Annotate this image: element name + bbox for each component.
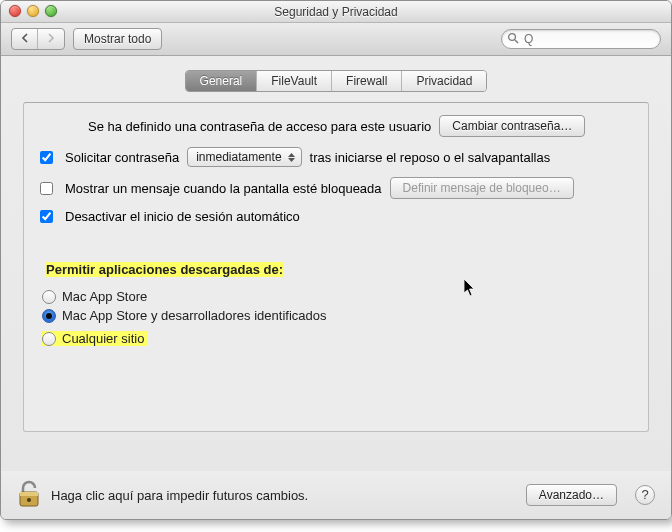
lock-hint-label: Haga clic aquí para impedir futuros camb… [51, 488, 308, 503]
allow-apps-label-mas: Mac App Store [62, 289, 147, 304]
close-icon[interactable] [9, 5, 21, 17]
tab-privacy[interactable]: Privacidad [402, 71, 486, 91]
allow-apps-radio-mas[interactable] [42, 290, 56, 304]
svg-rect-3 [20, 492, 38, 496]
back-button[interactable] [12, 29, 38, 49]
show-lock-message-label: Mostrar un mensaje cuando la pantalla es… [65, 181, 382, 196]
require-password-delay-value: inmediatamente [196, 150, 281, 164]
require-password-label-pre: Solicitar contraseña [65, 150, 179, 165]
tabs: General FileVault Firewall Privacidad [1, 56, 671, 92]
prefs-window: Seguridad y Privacidad Mostrar todo Gene… [0, 0, 672, 520]
allow-apps-heading: Permitir aplicaciones descargadas de: [46, 262, 283, 277]
tab-firewall[interactable]: Firewall [332, 71, 402, 91]
traffic-lights [9, 5, 57, 17]
disable-autologin-label: Desactivar el inicio de sesión automátic… [65, 209, 300, 224]
show-lock-message-checkbox[interactable] [40, 182, 53, 195]
svg-point-4 [27, 498, 31, 502]
password-defined-label: Se ha definido una contraseña de acceso … [88, 119, 431, 134]
zoom-icon[interactable] [45, 5, 57, 17]
disable-autologin-checkbox[interactable] [40, 210, 53, 223]
updown-icon [288, 153, 295, 162]
search-icon [507, 32, 519, 44]
svg-point-0 [509, 34, 516, 41]
require-password-label-post: tras iniciarse el reposo o el salvapanta… [310, 150, 551, 165]
general-panel: Se ha definido una contraseña de acceso … [23, 102, 649, 432]
search-input[interactable] [501, 29, 661, 49]
disable-autologin-row: Desactivar el inicio de sesión automátic… [40, 209, 632, 224]
password-defined-row: Se ha definido una contraseña de acceso … [88, 115, 632, 137]
lock-icon[interactable] [17, 480, 41, 510]
advanced-button[interactable]: Avanzado… [526, 484, 617, 506]
help-button[interactable]: ? [635, 485, 655, 505]
nav-segment [11, 28, 65, 50]
forward-button[interactable] [38, 29, 64, 49]
allow-apps-option-mas[interactable]: Mac App Store [42, 289, 632, 304]
show-lock-message-row: Mostrar un mensaje cuando la pantalla es… [40, 177, 632, 199]
allow-apps-option-anywhere[interactable]: Cualquier sitio [42, 331, 148, 346]
toolbar: Mostrar todo [1, 23, 671, 56]
minimize-icon[interactable] [27, 5, 39, 17]
allow-apps-label-anywhere: Cualquier sitio [62, 331, 144, 346]
tab-filevault[interactable]: FileVault [257, 71, 332, 91]
show-all-button[interactable]: Mostrar todo [73, 28, 162, 50]
require-password-checkbox[interactable] [40, 151, 53, 164]
svg-line-1 [515, 40, 518, 43]
search-field[interactable] [501, 29, 661, 49]
titlebar: Seguridad y Privacidad [1, 1, 671, 23]
allow-apps-radio-anywhere[interactable] [42, 332, 56, 346]
allow-apps-label-mas-dev: Mac App Store y desarrolladores identifi… [62, 308, 326, 323]
set-lock-message-button[interactable]: Definir mensaje de bloqueo… [390, 177, 574, 199]
footer: Haga clic aquí para impedir futuros camb… [1, 471, 671, 519]
require-password-row: Solicitar contraseña inmediatamente tras… [40, 147, 632, 167]
window-title: Seguridad y Privacidad [274, 5, 397, 19]
require-password-delay-select[interactable]: inmediatamente [187, 147, 301, 167]
allow-apps-option-mas-dev[interactable]: Mac App Store y desarrolladores identifi… [42, 308, 632, 323]
tab-general[interactable]: General [186, 71, 258, 91]
allow-apps-radio-mas-dev[interactable] [42, 309, 56, 323]
change-password-button[interactable]: Cambiar contraseña… [439, 115, 585, 137]
